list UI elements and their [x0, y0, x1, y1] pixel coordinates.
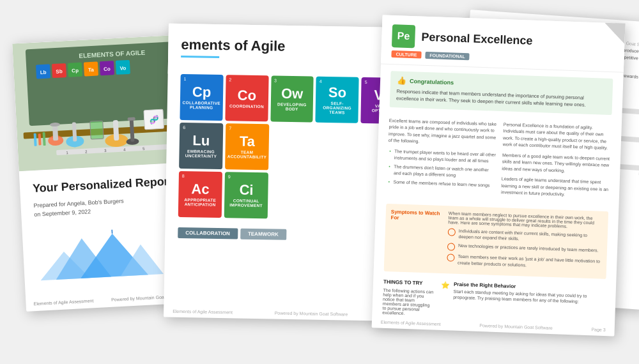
- element-ac[interactable]: 8 Ac AppropriateAnticipation: [178, 171, 222, 218]
- elements-row-1: 1 Cp CollaborativePlanning 2 Co Coordina…: [180, 74, 404, 124]
- collab-tag: Collaboration: [178, 227, 238, 239]
- pe-icon: Pe: [392, 24, 415, 48]
- svg-marker-49: [112, 225, 118, 229]
- svg-rect-21: [90, 121, 104, 139]
- page3-top: Pe Personal Excellence Culture Foundatio…: [381, 15, 625, 73]
- page3-footer-center: Powered by Mountain Goat Software: [479, 323, 553, 330]
- symptom-circle-2: [447, 243, 455, 250]
- page3-title-text: Personal Excellence: [421, 30, 533, 47]
- bullet-1: The trumpet player wants to be heard ove…: [388, 148, 497, 165]
- element-lu-symbol: Lu: [192, 133, 210, 148]
- element-ci-symbol: Ci: [239, 183, 253, 197]
- element-ow-symbol: Ow: [281, 87, 304, 102]
- svg-text:Vo: Vo: [119, 65, 126, 71]
- things-intro: The following actions can help when and …: [382, 288, 434, 317]
- congrats-title-text: Congratulations: [410, 78, 454, 86]
- page2-footer-center: Powered by Mountain Goat Software: [275, 311, 348, 317]
- element-ow-name: DevelopingBody: [275, 102, 309, 112]
- svg-text:Lb: Lb: [40, 70, 47, 76]
- svg-rect-32: [128, 117, 135, 121]
- content-right: Personal Excellence is a foundation of a…: [501, 121, 612, 204]
- right-para2: Members of a good agile team work to dee…: [502, 152, 610, 176]
- symptom-circle-1: [448, 228, 456, 236]
- content-left: Excellent teams are composed of individu…: [387, 117, 497, 199]
- things-box: Things to Try The following actions can …: [372, 275, 616, 326]
- right-para1: Personal Excellence is a foundation of a…: [503, 121, 612, 152]
- symptom-circle-3: [447, 254, 454, 261]
- collab-bar: Collaboration Teamwork: [178, 227, 401, 242]
- right-para3: Leaders of agile teams understand that t…: [501, 176, 610, 199]
- things-inner: Things to Try The following actions can …: [382, 279, 606, 322]
- tag-foundational: Foundational: [425, 52, 470, 60]
- teamwork-tag: Teamwork: [240, 229, 286, 240]
- page2-title: ements of Agile: [181, 36, 404, 57]
- element-ta[interactable]: 7 Ta TeamAccountability: [225, 123, 269, 170]
- symptoms-content: When team members neglect to pursue exce…: [447, 211, 603, 274]
- svg-text:Ta: Ta: [88, 67, 95, 73]
- element-so[interactable]: 4 So Self-OrganizingTeams: [316, 77, 359, 123]
- title-underline: [181, 56, 219, 58]
- things-item-1: ⭐ Praise the Right Behavior Start each s…: [440, 281, 606, 307]
- svg-rect-17: [52, 125, 58, 140]
- svg-text:Cp: Cp: [72, 68, 79, 74]
- element-ac-name: AppropriateAnticipation: [182, 197, 218, 207]
- page3-title: Pe Personal Excellence: [392, 24, 615, 55]
- symptoms-box: Symptoms to Watch For When team members …: [384, 203, 608, 278]
- element-co-symbol: Co: [237, 88, 256, 103]
- symptom-text-3: Team members see their work as 'just a j…: [458, 254, 602, 271]
- element-ow[interactable]: 3 Ow DevelopingBody: [270, 75, 314, 122]
- things-content: ⭐ Praise the Right Behavior Start each s…: [440, 281, 606, 322]
- element-ci[interactable]: 9 Ci ContinualImprovement: [224, 172, 268, 218]
- thumbs-up-icon: 👍: [397, 76, 406, 86]
- tag-culture: Culture: [391, 50, 421, 59]
- things-label: Things to Try The following actions can …: [382, 279, 435, 317]
- svg-text:Sb: Sb: [56, 68, 63, 75]
- page3-footer-right: Page 3: [591, 327, 605, 332]
- symptoms-label: Symptoms to Watch For: [389, 209, 442, 268]
- page3-content: Excellent teams are composed of individu…: [376, 113, 622, 208]
- element-lu-name: EmbracingUncertainty: [183, 149, 219, 158]
- symptom-3: Team members see their work as 'just a j…: [447, 253, 602, 271]
- symptom-1: Individuals are content with their curre…: [447, 227, 603, 245]
- elements-row-2: 6 Lu EmbracingUncertainty 7 Ta TeamAccou…: [179, 123, 403, 172]
- element-co[interactable]: 2 Co Coordination: [225, 75, 268, 121]
- page3-footer-left: Elements of Agile Assessment: [381, 320, 441, 326]
- element-so-symbol: So: [328, 86, 347, 100]
- element-ta-name: TeamAccountability: [226, 149, 269, 159]
- content-para1: Excellent teams are composed of individu…: [389, 117, 497, 148]
- element-cp-symbol: Cp: [192, 85, 212, 100]
- element-ta-symbol: Ta: [240, 135, 255, 149]
- element-ac-symbol: Ac: [191, 182, 210, 196]
- star-icon: ⭐: [441, 281, 450, 289]
- elements-row-3: 8 Ac AppropriateAnticipation 9 Ci Contin…: [178, 171, 403, 221]
- symptoms-title: Symptoms to Watch For: [390, 209, 442, 222]
- congrats-section: 👍 Congratulations Responses indicate tha…: [390, 71, 613, 115]
- svg-text:🧬: 🧬: [149, 115, 159, 125]
- bullet-3: Some of the members refuse to learn new …: [387, 178, 495, 188]
- element-cp[interactable]: 1 Cp CollaborativePlanning: [180, 74, 223, 121]
- things-title: Things to Try: [383, 279, 435, 287]
- symptom-text-1: Individuals are content with their curre…: [458, 227, 603, 245]
- element-so-name: Self-OrganizingTeams: [316, 100, 358, 114]
- bullet-2: The drummers don't listen or watch one a…: [387, 163, 496, 180]
- element-co-name: Coordination: [227, 103, 266, 109]
- page2-footer-left: Elements of Agile Assessment: [173, 309, 233, 315]
- element-cp-name: CollaborativePlanning: [180, 100, 222, 110]
- svg-rect-23: [113, 120, 119, 140]
- page-personal-excellence: Pe Personal Excellence Culture Foundatio…: [372, 15, 626, 337]
- page2-title-text: ements of Agile: [181, 36, 285, 54]
- element-lu[interactable]: 6 Lu EmbracingUncertainty: [179, 123, 223, 169]
- svg-text:Co: Co: [104, 66, 111, 72]
- things-item-content: Praise the Right Behavior Start each sta…: [453, 281, 606, 306]
- element-ci-name: ContinualImprovement: [227, 198, 265, 208]
- symptoms-intro: When team members neglect to pursue exce…: [448, 211, 603, 229]
- symptoms-inner: Symptoms to Watch For When team members …: [389, 209, 603, 274]
- page1-footer-left: Elements of Agile Assessment: [33, 298, 93, 306]
- main-scene: on Management is striving to become more…: [0, 0, 639, 364]
- symptom-text-2: New technologies or practices are rarely…: [458, 243, 599, 254]
